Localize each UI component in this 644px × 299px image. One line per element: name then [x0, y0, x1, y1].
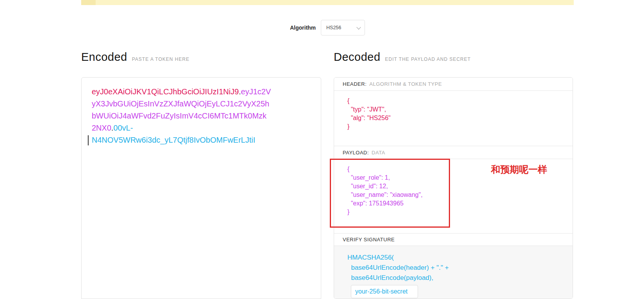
json-line: "user_name": "xiaowang", — [347, 191, 573, 199]
header-json[interactable]: { "typ": "JWT", "alg": "HS256"} — [334, 91, 573, 146]
token-line: N4NOV5WRw6i3dc_yL7Qtjf8IvObOMFwErLJtiI — [92, 134, 311, 146]
token-segment-payload: eyJ1c2V — [241, 87, 271, 96]
payload-section-sublabel: DATA — [372, 150, 385, 156]
algorithm-label: Algorithm — [290, 25, 316, 31]
algorithm-selected-value: HS256 — [326, 25, 341, 30]
token-line: yX3JvbGUiOjEsInVzZXJfaWQiOjEyLCJ1c2VyX25… — [92, 98, 311, 110]
secret-input[interactable] — [351, 285, 418, 298]
payload-section-label: PAYLOAD: — [343, 150, 369, 156]
signature-code-lines: HMACSHA256( base64UrlEncode(header) + ".… — [347, 253, 573, 283]
banner-accent-strip — [81, 0, 96, 5]
token-input[interactable]: eyJ0eXAiOiJKV1QiLCJhbGciOiJIUzI1NiJ9.eyJ… — [82, 78, 321, 154]
payload-section-label-row: PAYLOAD: DATA — [334, 146, 573, 159]
code-line: base64UrlEncode(payload), — [347, 273, 573, 283]
token-line: 2NX0.00vL- — [92, 122, 311, 134]
verify-signature-label: VERIFY SIGNATURE — [343, 237, 395, 242]
token-segment-payload: bWUiOiJ4aWFvd2FuZyIsImV4cCI6MTc1MTk0Mzk — [92, 111, 267, 120]
decoded-panel: HEADER: ALGORITHM & TOKEN TYPE { "typ": … — [334, 77, 573, 299]
algorithm-select[interactable]: HS256 — [321, 20, 365, 35]
json-line: "typ": "JWT", — [347, 105, 573, 114]
json-line: } — [347, 122, 573, 131]
encoded-token-box[interactable]: eyJ0eXAiOiJKV1QiLCJhbGciOiJIUzI1NiJ9.eyJ… — [81, 77, 321, 299]
encoded-title-block: Encoded PASTE A TOKEN HERE — [81, 51, 189, 64]
json-line: "user_id": 12, — [347, 182, 573, 191]
header-section-label-row: HEADER: ALGORITHM & TOKEN TYPE — [334, 78, 573, 91]
verify-signature-label-row: VERIFY SIGNATURE — [334, 233, 573, 246]
decoded-subtitle: EDIT THE PAYLOAD AND SECRET — [385, 57, 471, 62]
token-segment-header: eyJ0eXAiOiJKV1QiLCJhbGciOiJIUzI1NiJ9 — [92, 87, 239, 96]
decoded-title: Decoded — [334, 51, 381, 64]
warning-banner — [81, 0, 574, 5]
token-line: bWUiOiJ4aWFvd2FuZyIsImV4cCI6MTc1MTk0Mzk — [92, 110, 311, 122]
token-segment-payload: yX3JvbGUiOjEsInVzZXJfaWQiOjEyLCJ1c2VyX25… — [92, 99, 269, 108]
json-line: { — [347, 97, 573, 105]
signature-code-block: HMACSHA256( base64UrlEncode(header) + ".… — [334, 246, 573, 299]
code-line: base64UrlEncode(header) + "." + — [347, 263, 573, 273]
header-section-sublabel: ALGORITHM & TOKEN TYPE — [369, 81, 442, 87]
json-line: } — [347, 208, 573, 216]
token-segment-signature: 00vL- — [114, 124, 133, 132]
encoded-title: Encoded — [81, 51, 127, 64]
token-segment-signature: N4NOV5WRw6i3dc_yL7Qtjf8IvObOMFwErLJtiI — [92, 136, 255, 144]
chevron-down-icon — [357, 26, 361, 29]
code-line: HMACSHA256( — [347, 253, 573, 263]
annotation-text: 和预期呢一样 — [491, 163, 547, 176]
algorithm-row: Algorithm HS256 — [81, 20, 574, 35]
jwt-debugger-page: { "banner": { "bg": "#fcf4c6", "accent_b… — [0, 0, 644, 299]
text-cursor — [88, 135, 89, 145]
token-line: eyJ0eXAiOiJKV1QiLCJhbGciOiJIUzI1NiJ9.eyJ… — [92, 86, 311, 98]
header-section-label: HEADER: — [343, 81, 366, 87]
token-segment-payload: 2NX0 — [92, 124, 111, 132]
json-line: "alg": "HS256" — [347, 114, 573, 122]
decoded-title-block: Decoded EDIT THE PAYLOAD AND SECRET — [334, 51, 471, 64]
encoded-subtitle: PASTE A TOKEN HERE — [132, 57, 189, 62]
json-line: "exp": 1751943965 — [347, 199, 573, 208]
